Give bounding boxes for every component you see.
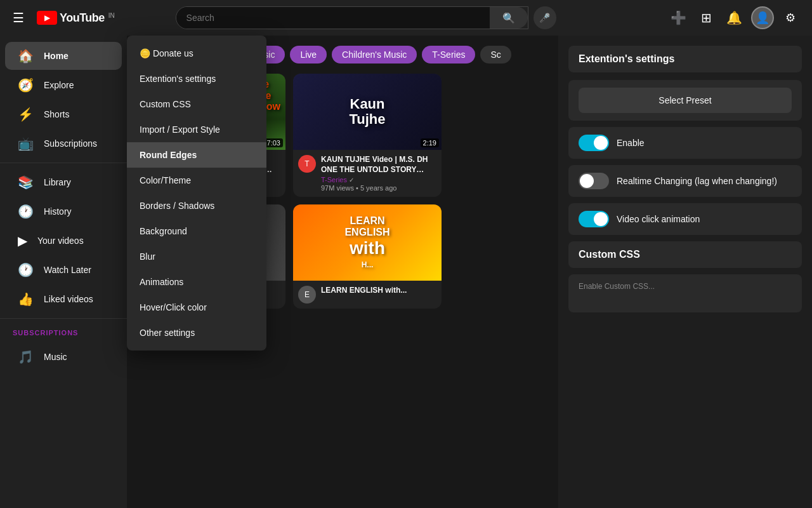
sidebar-label-shorts: Shorts [44, 109, 69, 119]
dropdown-item-blur[interactable]: Blur [127, 244, 266, 269]
ext-settings-title: Extention's settings [568, 46, 802, 72]
verified-icon: ✓ [349, 177, 354, 184]
apps-button[interactable]: ⊞ [695, 6, 718, 29]
channel-avatar-kaun: T [298, 155, 316, 173]
search-input[interactable] [176, 7, 490, 29]
logo-text: YouTube [60, 11, 105, 25]
liked-videos-icon: 👍 [18, 291, 34, 307]
dropdown-item-other-settings[interactable]: Other settings [127, 320, 266, 345]
dropdown-item-import-export[interactable]: Import / Export Style [127, 117, 266, 142]
search-bar: 🔍 [176, 6, 528, 29]
dropdown-menu: 🪙 Donate us Extention's settings Custom … [127, 36, 266, 351]
subscriptions-icon: 📺 [18, 136, 34, 151]
sidebar-item-music[interactable]: 🎵 Music [5, 343, 122, 371]
dropdown-item-hover-click[interactable]: Hover/Click color [127, 295, 266, 320]
dropdown-item-borders-shadows[interactable]: Borders / Shadows [127, 193, 266, 218]
create-button[interactable]: ➕ [667, 6, 690, 29]
video-click-toggle[interactable] [579, 211, 609, 227]
dropdown-item-ext-settings[interactable]: Extention's settings [127, 66, 266, 91]
sidebar-label-history: History [44, 206, 72, 217]
enable-toggle-knob [594, 136, 608, 150]
sidebar-label-music: Music [44, 352, 67, 362]
ext-section-preset: Select Preset [568, 80, 802, 121]
ext-settings-panel: Extention's settings Select Preset Enabl… [558, 36, 812, 508]
hamburger-button[interactable]: ☰ [10, 8, 27, 28]
sidebar-label-library: Library [44, 177, 71, 187]
music-icon: 🎵 [18, 349, 34, 364]
sidebar-label-liked-videos: Liked videos [44, 294, 93, 304]
video-thumb-kaun: KaunTujhe 2:19 [293, 74, 442, 150]
logo-badge: IN [108, 12, 115, 19]
enable-toggle[interactable] [579, 135, 609, 151]
dropdown-item-custom-css[interactable]: Custom CSS [127, 91, 266, 117]
library-icon: 📚 [18, 175, 34, 190]
learn-text-overlay: LEARNENGLISHwithH... [344, 215, 390, 270]
watch-later-icon: 🕐 [18, 262, 34, 277]
subscriptions-section-title: SUBSCRIPTIONS [0, 324, 127, 342]
video-info-kaun: T KAUN TUJHE Video | M.S. DH ONE THE UNT… [293, 150, 442, 197]
sidebar-label-watch-later: Watch Later [44, 265, 91, 275]
dropdown-item-animations[interactable]: Animations [127, 269, 266, 295]
sidebar-label-explore: Explore [44, 80, 74, 90]
settings-button[interactable]: ⚙ [779, 6, 802, 29]
dropdown-item-donate[interactable]: 🪙 Donate us [127, 41, 266, 66]
video-title-kaun: KAUN TUJHE Video | M.S. DH ONE THE UNTOL… [321, 155, 436, 175]
video-card-kaun-tujhe[interactable]: KaunTujhe 2:19 T KAUN TUJHE Video | M.S.… [293, 74, 442, 197]
kaun-text-overlay: KaunTujhe [349, 97, 385, 127]
chip-childrens-music[interactable]: Children's Music [332, 46, 417, 64]
enable-label: Enable [617, 138, 645, 148]
sidebar-item-library[interactable]: 📚 Library [5, 168, 122, 196]
sidebar-item-home[interactable]: 🏠 Home [5, 42, 122, 70]
header: ☰ YouTube IN 🔍 🎤 ➕ ⊞ 🔔 👤 ⚙ [0, 0, 812, 36]
video-click-toggle-knob [594, 212, 608, 226]
sidebar-item-liked-videos[interactable]: 👍 Liked videos [5, 285, 122, 313]
dropdown-item-color-theme[interactable]: Color/Theme [127, 168, 266, 193]
duration-badge: 7:03 [265, 138, 283, 147]
shorts-icon: ⚡ [18, 107, 34, 122]
realtime-toggle[interactable] [579, 173, 609, 189]
youtube-logo-icon [37, 11, 57, 25]
notifications-button[interactable]: 🔔 [723, 6, 746, 29]
video-click-toggle-row: Video click animation [579, 211, 792, 227]
custom-css-title: Custom CSS [568, 241, 802, 268]
sidebar-item-history[interactable]: 🕐 History [5, 197, 122, 225]
realtime-toggle-row: Realtime Changing (lag when changing!) [579, 173, 792, 189]
select-preset-button[interactable]: Select Preset [579, 88, 792, 113]
duration-badge-kaun: 2:19 [421, 138, 439, 147]
ext-section-video-click: Video click animation [568, 203, 802, 235]
sidebar-label-your-videos: Your videos [37, 236, 84, 246]
chip-sc[interactable]: Sc [480, 46, 511, 64]
sidebar-item-explore[interactable]: 🧭 Explore [5, 71, 122, 99]
chip-live[interactable]: Live [290, 46, 327, 64]
video-click-label: Video click animation [617, 214, 700, 224]
dropdown-item-background[interactable]: Background [127, 218, 266, 244]
sidebar-item-watch-later[interactable]: 🕐 Watch Later [5, 256, 122, 284]
sidebar-label-subscriptions: Subscriptions [44, 138, 97, 149]
home-icon: 🏠 [18, 48, 34, 64]
mic-button[interactable]: 🎤 [534, 6, 556, 29]
explore-icon: 🧭 [18, 77, 34, 93]
enable-toggle-row: Enable [579, 135, 792, 151]
sidebar-item-your-videos[interactable]: ▶ Your videos [5, 227, 122, 255]
sidebar-divider-2 [0, 318, 127, 319]
sidebar-item-shorts[interactable]: ⚡ Shorts [5, 100, 122, 128]
search-container: 🔍 🎤 [176, 6, 556, 29]
sidebar-label-home: Home [44, 51, 69, 61]
dropdown-item-round-edges[interactable]: Round Edges [127, 142, 266, 168]
sidebar: 🏠 Home 🧭 Explore ⚡ Shorts 📺 Subscription… [0, 36, 127, 508]
chip-t-series[interactable]: T-Series [422, 46, 475, 64]
custom-css-content: Enable Custom CSS... [568, 274, 802, 312]
video-meta-learn: LEARN ENGLISH with... [321, 286, 436, 304]
video-thumb-learn: LEARNENGLISHwithH... [293, 204, 442, 281]
video-card-learn-english[interactable]: LEARNENGLISHwithH... E LEARN ENGLISH wit… [293, 204, 442, 309]
ext-section-realtime: Realtime Changing (lag when changing!) [568, 165, 802, 197]
avatar-button[interactable]: 👤 [751, 6, 774, 29]
your-videos-icon: ▶ [18, 233, 27, 248]
realtime-label: Realtime Changing (lag when changing!) [617, 176, 777, 186]
header-right: ➕ ⊞ 🔔 👤 ⚙ [667, 6, 802, 29]
video-channel-kaun[interactable]: T-Series ✓ [321, 176, 436, 184]
logo[interactable]: YouTube IN [37, 11, 115, 25]
sidebar-item-subscriptions[interactable]: 📺 Subscriptions [5, 130, 122, 157]
video-info-learn: E LEARN ENGLISH with... [293, 281, 442, 309]
search-button[interactable]: 🔍 [490, 7, 528, 29]
